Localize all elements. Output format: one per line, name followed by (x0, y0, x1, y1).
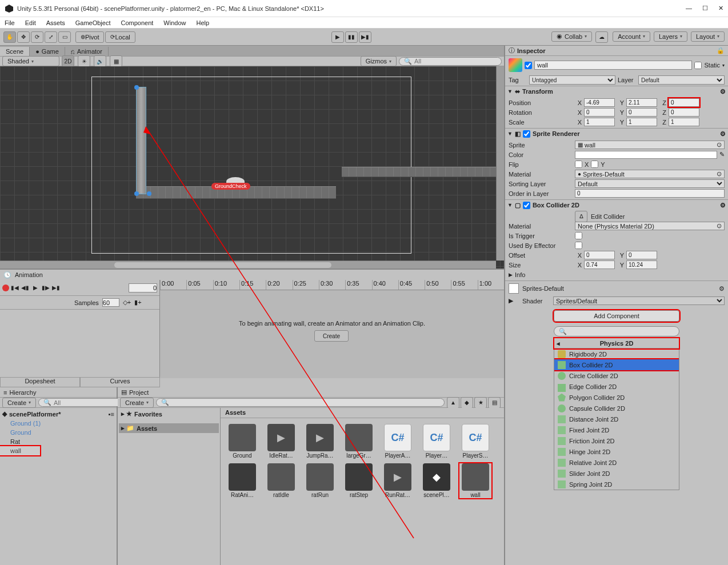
lighting-toggle[interactable]: ☀ (78, 55, 90, 67)
favorite-icon[interactable]: ★ (474, 397, 487, 408)
size-y[interactable] (626, 261, 657, 269)
scene-root[interactable]: ◆ scenePlatformer*▪≡ (0, 409, 117, 419)
tool-scale[interactable]: ⤢ (45, 31, 57, 43)
scene-viewport[interactable]: GroundCheck (0, 66, 504, 269)
tab-game[interactable]: ● Game (30, 47, 65, 56)
favorites-folder[interactable]: ▸ ★ Favorites (119, 409, 219, 419)
tag-dropdown[interactable]: Untagged (529, 75, 615, 85)
handle-bottom-left[interactable] (134, 191, 139, 196)
edit-collider-button[interactable]: ᐃ (575, 211, 587, 222)
prev-frame-button[interactable]: ◀▮ (21, 284, 30, 291)
tool-rect[interactable]: ▭ (58, 31, 71, 43)
asset-ratidle[interactable]: ratIdle (265, 463, 297, 498)
hierarchy-item-rat[interactable]: Rat (0, 437, 117, 446)
record-button[interactable] (2, 284, 9, 291)
scale-z[interactable] (669, 118, 699, 126)
samples-field[interactable] (102, 298, 119, 307)
fx-toggle[interactable]: ▦ (110, 55, 122, 67)
transform-header[interactable]: ▼⬌ Transform⚙ (505, 86, 728, 97)
local-toggle[interactable]: ⟳ Local (105, 31, 135, 43)
play-button[interactable]: ▶ (331, 31, 344, 43)
asset-ratrun[interactable]: ratRun (304, 463, 336, 498)
gear-icon[interactable]: ⚙ (720, 88, 726, 95)
collider-enabled[interactable] (523, 202, 530, 209)
cloud-button[interactable]: ☁ (595, 31, 608, 43)
account-dropdown[interactable]: Account (613, 31, 650, 42)
asset-ground[interactable]: Ground (226, 424, 258, 459)
rot-z[interactable] (669, 108, 699, 117)
scene-search[interactable] (414, 58, 497, 65)
box-collider-header[interactable]: ▼▢ Box Collider 2D⚙ (505, 200, 728, 210)
physics2d-item-edge-collider-2d[interactable]: Edge Collider 2D (554, 381, 679, 392)
menu-component[interactable]: Component (121, 19, 153, 26)
asset-wall[interactable]: wall (459, 463, 491, 498)
sprite-renderer-header[interactable]: ▼◧ Sprite Renderer⚙ (505, 129, 728, 139)
project-create-dropdown[interactable]: Create (120, 398, 154, 408)
handle-bottom-right[interactable] (147, 191, 151, 196)
asset-largegr[interactable]: largeGr… (343, 424, 375, 459)
anim-play-button[interactable]: ▶ (31, 284, 40, 291)
hierarchy-item-wall[interactable]: wall (0, 446, 40, 455)
menu-file[interactable]: File (5, 19, 15, 26)
pos-y[interactable] (626, 98, 657, 107)
mode-2d-toggle[interactable]: 2D (62, 55, 74, 67)
tab-animator[interactable]: ⎌ Animator (65, 47, 109, 56)
gear-icon[interactable]: ⚙ (720, 202, 726, 209)
menu-window[interactable]: Window (163, 19, 186, 26)
handle-top[interactable] (134, 85, 139, 90)
physics2d-item-relative-joint-2d[interactable]: Relative Joint 2D (554, 457, 679, 468)
hierarchy-item-ground1[interactable]: Ground (1) (0, 419, 117, 428)
asset-idlerat[interactable]: IdleRat… (265, 424, 297, 459)
offset-x[interactable] (584, 251, 615, 259)
asset-scenepl[interactable]: scenePl… (421, 463, 453, 498)
ground-platform-2[interactable] (342, 167, 503, 177)
physics2d-item-box-collider-2d[interactable]: Box Collider 2D (554, 359, 679, 370)
flip-x[interactable] (575, 161, 582, 168)
physics2d-item-rigidbody-2d[interactable]: Rigidbody 2D (554, 348, 679, 359)
pos-z[interactable] (669, 98, 699, 107)
scene-scroll-v[interactable] (496, 66, 504, 261)
layers-dropdown[interactable]: Layers (654, 31, 687, 42)
rot-x[interactable] (584, 108, 615, 117)
sprite-field[interactable]: ▦ wall⊙ (575, 141, 725, 149)
is-trigger-checkbox[interactable] (575, 232, 582, 239)
flip-y[interactable] (591, 161, 598, 168)
object-name-input[interactable] (534, 61, 692, 70)
project-search[interactable] (171, 399, 439, 406)
tool-move[interactable]: ✥ (17, 31, 30, 43)
phys-material-field[interactable]: None (Physics Material 2D)⊙ (575, 222, 725, 230)
collab-dropdown[interactable]: ◉ Collab (551, 31, 592, 42)
shader-dropdown[interactable]: Sprites/Default (553, 296, 725, 305)
offset-y[interactable] (626, 251, 657, 259)
add-keyframe-button[interactable]: ◇+ (123, 299, 131, 306)
physics2d-item-friction-joint-2d[interactable]: Friction Joint 2D (554, 435, 679, 446)
physics2d-item-slider-joint-2d[interactable]: Slider Joint 2D (554, 468, 679, 479)
menu-gameobject[interactable]: GameObject (75, 19, 111, 26)
next-frame-button[interactable]: ▮▶ (41, 284, 50, 291)
layer-dropdown[interactable]: Default (638, 75, 725, 85)
filter-icon[interactable]: ▲ (447, 397, 459, 408)
hierarchy-create-dropdown[interactable]: Create (2, 398, 36, 408)
menu-assets[interactable]: Assets (46, 19, 65, 26)
menu-help[interactable]: Help (196, 19, 209, 26)
layout-dropdown[interactable]: Layout (691, 31, 725, 42)
maximize-button[interactable]: ☐ (702, 5, 708, 12)
scale-x[interactable] (584, 118, 615, 126)
physics2d-item-polygon-collider-2d[interactable]: Polygon Collider 2D (554, 392, 679, 403)
asset-player[interactable]: Player… (421, 424, 453, 459)
tab-scene[interactable]: Scene (0, 47, 30, 56)
timeline-ruler[interactable]: 0:000:050:100:150:200:250:300:350:400:45… (160, 280, 504, 290)
physics2d-item-hinge-joint-2d[interactable]: Hinge Joint 2D (554, 446, 679, 457)
hierarchy-item-ground[interactable]: Ground (0, 428, 117, 437)
create-clip-button[interactable]: Create (314, 330, 349, 342)
dopesheet-tab[interactable]: Dopesheet (0, 377, 80, 387)
eyedropper-icon[interactable]: ✎ (719, 151, 725, 158)
scale-y[interactable] (626, 118, 657, 126)
pause-button[interactable]: ▮▮ (345, 31, 358, 43)
frame-field[interactable] (129, 283, 157, 292)
asset-jumpra[interactable]: JumpRa… (304, 424, 336, 459)
gear-icon[interactable]: ⚙ (720, 130, 726, 138)
physics2d-item-capsule-collider-2d[interactable]: Capsule Collider 2D (554, 403, 679, 414)
gizmos-dropdown[interactable]: Gizmos (361, 56, 397, 66)
first-frame-button[interactable]: ▮◀ (10, 284, 19, 291)
